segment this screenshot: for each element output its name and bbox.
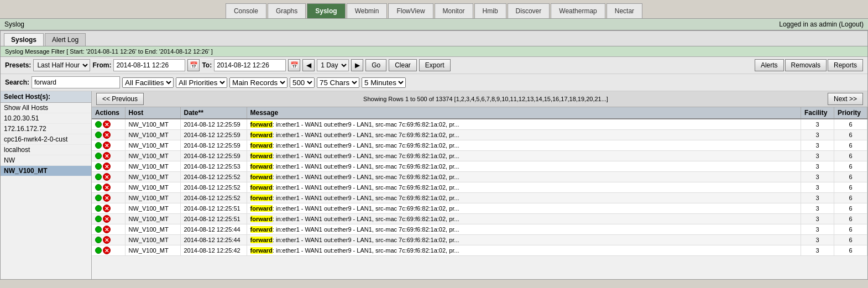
next-button[interactable]: Next >> xyxy=(828,93,863,105)
table-row[interactable]: ✕ NW_V100_MT2014-08-12 12:25:51forward: … xyxy=(92,214,867,224)
table-row[interactable]: ✕ NW_V100_MT2014-08-12 12:25:59forward: … xyxy=(92,119,867,130)
nav-tab-flowview[interactable]: FlowView xyxy=(388,3,433,18)
right-buttons: Alerts Removals Reports xyxy=(755,59,863,71)
calendar-from-icon[interactable]: 📅 xyxy=(187,59,200,71)
cell-date: 2014-08-12 12:25:59 xyxy=(180,140,247,151)
export-button[interactable]: Export xyxy=(419,59,451,71)
action-green-icon[interactable] xyxy=(95,121,102,128)
alerts-button[interactable]: Alerts xyxy=(755,59,784,71)
facilities-select[interactable]: All Facilities xyxy=(122,77,174,88)
table-row[interactable]: ✕ NW_V100_MT2014-08-12 12:25:53forward: … xyxy=(92,161,867,172)
host-item-1[interactable]: 10.20.30.51 xyxy=(1,113,91,124)
search-input[interactable] xyxy=(32,76,120,88)
nav-tab-console[interactable]: Console xyxy=(226,3,266,18)
action-red-icon[interactable]: ✕ xyxy=(103,247,111,254)
action-green-icon[interactable] xyxy=(95,247,102,254)
priorities-select[interactable]: All Priorities xyxy=(176,77,227,88)
host-list: Show All Hosts 10.20.30.51 172.16.172.72… xyxy=(1,103,91,279)
table-row[interactable]: ✕ NW_V100_MT2014-08-12 12:25:59forward: … xyxy=(92,140,867,151)
host-item-3[interactable]: cpc16-nwrk4-2-0-cust xyxy=(1,134,91,145)
cell-host: NW_V100_MT xyxy=(125,235,180,245)
table-row[interactable]: ✕ NW_V100_MT2014-08-12 12:25:51forward: … xyxy=(92,203,867,214)
nav-tab-graphs[interactable]: Graphs xyxy=(268,3,306,18)
action-green-icon[interactable] xyxy=(95,205,102,212)
sub-tab-syslogs[interactable]: Syslogs xyxy=(4,33,44,46)
cell-host: NW_V100_MT xyxy=(125,140,180,151)
action-green-icon[interactable] xyxy=(95,142,102,149)
nav-tab-syslog[interactable]: Syslog xyxy=(307,3,345,18)
host-item-6[interactable]: NW_V100_MT xyxy=(1,166,91,176)
action-green-icon[interactable] xyxy=(95,132,102,138)
go-button[interactable]: Go xyxy=(365,59,386,71)
table-row[interactable]: ✕ NW_V100_MT2014-08-12 12:25:44forward: … xyxy=(92,235,867,245)
cell-message: forward: in:ether1 - WAN1 out:ether9 - L… xyxy=(247,224,801,235)
action-red-icon[interactable]: ✕ xyxy=(103,163,111,170)
table-row[interactable]: ✕ NW_V100_MT2014-08-12 12:25:42forward: … xyxy=(92,245,867,256)
to-input[interactable] xyxy=(214,59,286,71)
presets-select[interactable]: Last Half Hour xyxy=(33,59,90,71)
clear-button[interactable]: Clear xyxy=(389,59,417,71)
to-label: To: xyxy=(202,61,212,69)
action-red-icon[interactable]: ✕ xyxy=(103,226,111,233)
action-red-icon[interactable]: ✕ xyxy=(103,184,111,191)
forward-arrow-icon[interactable]: ▶ xyxy=(351,59,363,71)
rows-select[interactable]: 500 xyxy=(290,77,315,88)
chars-select[interactable]: 75 Chars xyxy=(317,77,359,88)
search-highlight: forward xyxy=(250,195,273,201)
host-item-showall[interactable]: Show All Hosts xyxy=(1,103,91,113)
table-row[interactable]: ✕ NW_V100_MT2014-08-12 12:25:59forward: … xyxy=(92,151,867,161)
nav-tab-weathermap[interactable]: Weathermap xyxy=(551,3,605,18)
action-green-icon[interactable] xyxy=(95,195,102,201)
nav-tab-hmib[interactable]: Hmib xyxy=(474,3,506,18)
host-item-2[interactable]: 172.16.172.72 xyxy=(1,124,91,134)
action-red-icon[interactable]: ✕ xyxy=(103,121,111,128)
cell-date: 2014-08-12 12:25:59 xyxy=(180,119,247,130)
search-highlight: forward xyxy=(250,205,273,212)
cell-date: 2014-08-12 12:25:59 xyxy=(180,151,247,161)
action-red-icon[interactable]: ✕ xyxy=(103,142,111,149)
prev-button[interactable]: << Previous xyxy=(96,93,144,105)
action-red-icon[interactable]: ✕ xyxy=(103,215,111,223)
action-green-icon[interactable] xyxy=(95,153,102,159)
cell-message: forward: in:ether1 - WAN1 out:ether9 - L… xyxy=(247,130,801,140)
nav-tab-webmin[interactable]: Webmin xyxy=(347,3,388,18)
cell-message: forward: in:ether1 - WAN1 out:ether9 - L… xyxy=(247,214,801,224)
action-green-icon[interactable] xyxy=(95,216,102,222)
host-item-5[interactable]: NW xyxy=(1,155,91,166)
calendar-to-icon[interactable]: 📅 xyxy=(288,59,300,71)
removals-button[interactable]: Removals xyxy=(785,59,827,71)
table-row[interactable]: ✕ NW_V100_MT2014-08-12 12:25:44forward: … xyxy=(92,224,867,235)
action-green-icon[interactable] xyxy=(95,226,102,233)
cell-facility: 3 xyxy=(801,193,834,203)
search-highlight: forward xyxy=(250,216,273,222)
action-green-icon[interactable] xyxy=(95,174,102,180)
action-red-icon[interactable]: ✕ xyxy=(103,194,111,202)
action-red-icon[interactable]: ✕ xyxy=(103,131,111,139)
action-red-icon[interactable]: ✕ xyxy=(103,152,111,160)
sub-tab-alertlog[interactable]: Alert Log xyxy=(45,33,86,46)
nav-tab-nectar[interactable]: Nectar xyxy=(606,3,642,18)
duration-select[interactable]: 1 Day xyxy=(317,59,349,71)
table-row[interactable]: ✕ NW_V100_MT2014-08-12 12:25:52forward: … xyxy=(92,182,867,193)
cell-actions: ✕ xyxy=(92,119,125,130)
nav-tab-monitor[interactable]: Monitor xyxy=(435,3,473,18)
records-select[interactable]: Main Records xyxy=(229,77,287,88)
host-item-4[interactable]: localhost xyxy=(1,145,91,155)
back-arrow-icon[interactable]: ◀ xyxy=(302,59,315,71)
table-row[interactable]: ✕ NW_V100_MT2014-08-12 12:25:52forward: … xyxy=(92,172,867,182)
action-red-icon[interactable]: ✕ xyxy=(103,205,111,212)
reports-button[interactable]: Reports xyxy=(828,59,863,71)
action-green-icon[interactable] xyxy=(95,163,102,170)
action-green-icon[interactable] xyxy=(95,184,102,191)
table-row[interactable]: ✕ NW_V100_MT2014-08-12 12:25:52forward: … xyxy=(92,193,867,203)
from-input[interactable] xyxy=(113,59,185,71)
interval-select[interactable]: 5 Minutes xyxy=(362,77,406,88)
action-green-icon[interactable] xyxy=(95,237,102,243)
action-red-icon[interactable]: ✕ xyxy=(103,236,111,244)
cell-actions: ✕ xyxy=(92,214,125,224)
cell-priority: 6 xyxy=(834,214,867,224)
nav-tab-discover[interactable]: Discover xyxy=(508,3,550,18)
cell-facility: 3 xyxy=(801,214,834,224)
action-red-icon[interactable]: ✕ xyxy=(103,173,111,181)
table-row[interactable]: ✕ NW_V100_MT2014-08-12 12:25:59forward: … xyxy=(92,130,867,140)
